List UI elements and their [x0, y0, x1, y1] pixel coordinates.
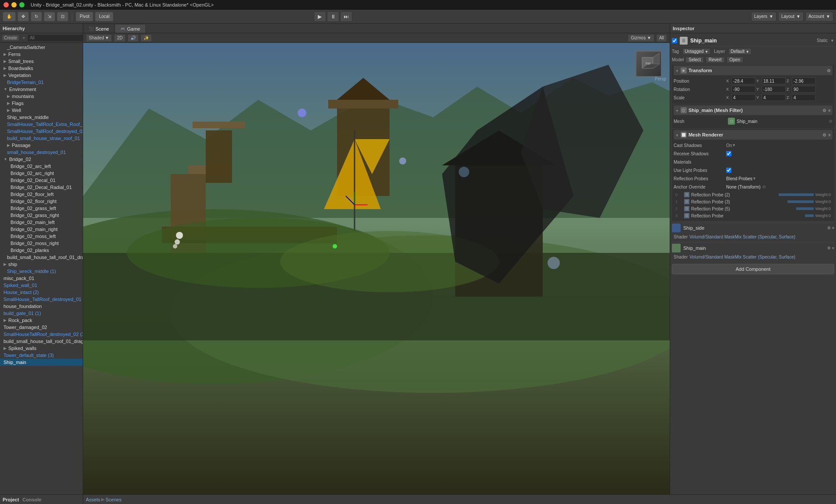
tag-dropdown[interactable]: Untagged ▼ — [682, 48, 710, 55]
transform-settings-btn[interactable]: ⚙ — [827, 68, 831, 73]
pivot-button[interactable]: Pivot — [76, 12, 93, 21]
scale-tool[interactable]: ⇲ — [44, 12, 55, 21]
hier-item-bridge_02_decal_01[interactable]: Bridge_02_Decal_01 — [0, 177, 83, 184]
close-btn[interactable] — [4, 2, 9, 7]
hierarchy-create-btn[interactable]: Create — [2, 35, 19, 41]
rotate-tool[interactable]: ↻ — [31, 12, 42, 21]
hier-item-misc_pack_01[interactable]: misc_pack_01 — [0, 275, 83, 282]
all-layers-btn[interactable]: All — [656, 34, 667, 42]
hier-item-bridge_02_arc_left[interactable]: Bridge_02_arc_left — [0, 163, 83, 170]
maximize-btn[interactable] — [19, 2, 25, 7]
transform-header[interactable]: ⊕ Transform ⚙ — [674, 66, 832, 75]
pos-x-input[interactable] — [731, 77, 755, 84]
rect-tool[interactable]: ⊡ — [57, 12, 68, 21]
hier-item-tower_default_state[interactable]: Tower_default_state (3) — [0, 352, 83, 359]
hier-item-ship_wreck_middle[interactable]: Ship_wreck_middle — [0, 114, 83, 121]
render-mode-btn[interactable]: 2D — [114, 34, 126, 42]
mat-settings-btn-ship_side[interactable]: ⚙ — [827, 226, 831, 230]
account-dropdown[interactable]: Account ▼ — [805, 12, 833, 21]
hier-item-ship_wreck_middle_1[interactable]: Ship_wreck_middle (1) — [0, 268, 83, 275]
hier-item-smallhouse_tallroof2[interactable]: SmallHouse_TallRoof_destroyed_02 — [0, 128, 83, 135]
minimize-btn[interactable] — [11, 2, 17, 7]
hier-item-bridge_02_arc_right[interactable]: Bridge_02_arc_right — [0, 170, 83, 177]
mesh-renderer-settings-btn[interactable]: ⚙ — [822, 133, 826, 137]
rot-z-input[interactable] — [792, 86, 816, 93]
local-button[interactable]: Local — [95, 12, 113, 21]
scene-tab[interactable]: ⬛ Scene — [83, 24, 115, 33]
mesh-filter-menu-btn[interactable]: ≡ — [828, 108, 831, 113]
mat-menu-btn-ship_side[interactable]: ≡ — [832, 226, 834, 230]
scale-z-input[interactable] — [792, 94, 816, 101]
hier-item-build_small_house2[interactable]: build_small_house_tall_roof_01_dragon... — [0, 338, 83, 345]
hier-item-cameraswitcher[interactable]: _CameraSwitcher — [0, 44, 83, 51]
object-active-checkbox[interactable] — [672, 38, 677, 43]
use-light-probes-checkbox[interactable] — [726, 168, 731, 173]
select-btn[interactable]: Select — [685, 56, 704, 63]
project-tab[interactable]: Project — [3, 497, 19, 502]
breadcrumb-scenes[interactable]: Scenes — [105, 497, 122, 502]
hier-item-bridge_02_grass_right[interactable]: Bridge_02_grass_right — [0, 212, 83, 219]
hier-item-ship[interactable]: ▶ship — [0, 261, 83, 268]
effects-btn[interactable]: ✨ — [141, 34, 152, 42]
move-tool[interactable]: ✥ — [18, 12, 29, 21]
hier-item-small_house_destroyed[interactable]: small_house_destroyed_01 — [0, 149, 83, 156]
layer-dropdown[interactable]: Default ▼ — [728, 48, 751, 55]
hier-item-flags[interactable]: ▶Flags — [0, 100, 83, 107]
hier-item-bridge_02_floor_left[interactable]: Bridge_02_floor_left — [0, 191, 83, 198]
hier-item-house_intact_2[interactable]: House_intact (2) — [0, 289, 83, 296]
hier-item-tower_damaged_02[interactable]: Tower_damaged_02 — [0, 324, 83, 331]
hier-item-spiked_walls[interactable]: ▶Spiked_walls — [0, 345, 83, 352]
hier-item-bridge_02[interactable]: ▼Bridge_02 — [0, 156, 83, 163]
mesh-filter-header[interactable]: ⬡ Ship_main (Mesh Filter) ⚙ ≡ — [674, 105, 832, 115]
scene-viewport[interactable]: top Persp — [83, 43, 670, 494]
hier-item-bridge_02_moss_left[interactable]: Bridge_02_moss_left — [0, 233, 83, 240]
hier-item-rock_pack[interactable]: ▶Rock_pack — [0, 317, 83, 324]
receive-shadows-checkbox[interactable] — [726, 151, 731, 156]
mesh-select-btn[interactable]: ⊙ — [829, 119, 832, 123]
hier-item-bridge_02_main_left[interactable]: Bridge_02_main_left — [0, 219, 83, 226]
hier-item-bridgeterrain[interactable]: BridgeTerrain_01 — [0, 79, 83, 86]
hier-item-bridge_02_main_right[interactable]: Bridge_02_main_right — [0, 226, 83, 233]
hier-item-ferns[interactable]: ▶Ferns — [0, 51, 83, 58]
pos-z-input[interactable] — [792, 77, 816, 84]
mesh-renderer-header[interactable]: ⬜ Mesh Renderer ⚙ ≡ — [674, 130, 832, 140]
anchor-select-btn[interactable]: ⊙ — [762, 185, 766, 189]
hier-item-smallhouse_tallroof[interactable]: SmallHouse_TallRoof_Extra_Roof_dama... — [0, 121, 83, 128]
hier-item-environment[interactable]: ▼Environment — [0, 86, 83, 93]
rot-y-input[interactable] — [762, 86, 786, 93]
hier-item-spiked_wall_01[interactable]: Spiked_wall_01 — [0, 282, 83, 289]
mat-menu-btn-ship_main[interactable]: ≡ — [832, 246, 834, 250]
inspector-tab[interactable]: Inspector — [673, 26, 695, 31]
mesh-filter-settings-btn[interactable]: ⚙ — [822, 108, 826, 113]
hand-tool[interactable]: ✋ — [3, 12, 16, 21]
hier-item-smallhouse_tallroof4[interactable]: SmallHouseTallRoof_destroyed_02 (3) — [0, 331, 83, 338]
pause-button[interactable]: ⏸ — [327, 11, 339, 22]
hierarchy-tab[interactable]: Hierarchy — [3, 26, 25, 31]
step-button[interactable]: ⏭ — [340, 11, 352, 22]
shader-value-ship_side[interactable]: Volumd/Standard MaskMix Scatter (Specula… — [689, 234, 795, 239]
hier-item-boardwalks[interactable]: ▶Boardwalks — [0, 65, 83, 72]
rot-x-input[interactable] — [731, 86, 755, 93]
revert-btn[interactable]: Revert — [706, 56, 724, 63]
hier-item-passage[interactable]: ▶Passage — [0, 142, 83, 149]
hier-item-bridge_02_grass_left[interactable]: Bridge_02_grass_left — [0, 205, 83, 212]
mat-settings-btn-ship_main[interactable]: ⚙ — [827, 246, 831, 250]
hier-item-bridge_02_decal_radial[interactable]: Bridge_02_Decal_Radial_01 — [0, 184, 83, 191]
layout-dropdown[interactable]: Layout ▼ — [778, 12, 804, 21]
console-tab[interactable]: Console — [22, 497, 41, 502]
play-button[interactable]: ▶ — [314, 11, 326, 22]
layers-dropdown[interactable]: Layers ▼ — [751, 12, 776, 21]
hier-item-house_foundation[interactable]: house_foundation — [0, 303, 83, 310]
add-component-btn[interactable]: Add Component — [672, 264, 834, 274]
pos-y-input[interactable] — [762, 77, 786, 84]
open-btn[interactable]: Open — [727, 56, 743, 63]
hier-item-well[interactable]: ▶Well — [0, 107, 83, 114]
hier-item-bridge_02_moss_right[interactable]: Bridge_02_moss_right — [0, 240, 83, 247]
hier-item-smallhouse_tallroof3[interactable]: SmallHouse_TallRoof_destroyed_01 (1) — [0, 296, 83, 303]
shading-dropdown[interactable]: Shaded ▼ — [86, 34, 112, 42]
hier-item-build_small_house[interactable]: build_small_house_straw_roof_01 — [0, 135, 83, 142]
hier-item-small_trees[interactable]: ▶Small_trees — [0, 58, 83, 65]
mesh-renderer-menu-btn[interactable]: ≡ — [828, 133, 831, 137]
game-tab[interactable]: 🎮 Game — [115, 24, 146, 33]
hier-item-build_small_house_dragon[interactable]: build_small_house_tall_roof_01_dragon... — [0, 254, 83, 261]
